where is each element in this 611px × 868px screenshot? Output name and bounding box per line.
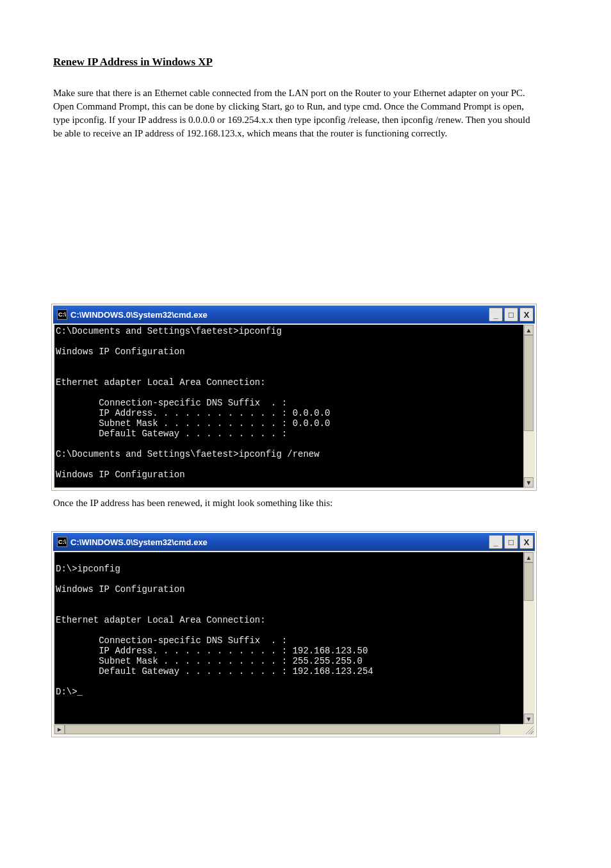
section-heading: Renew IP Address in Windows XP [53, 54, 534, 70]
scroll-thumb[interactable] [65, 725, 500, 734]
window-title: C:\WINDOWS.0\System32\cmd.exe [70, 310, 489, 320]
minimize-button[interactable]: _ [489, 535, 503, 549]
paragraph-text: Once the IP address has been renewed, it… [53, 496, 534, 510]
terminal-output[interactable]: D:\>ipconfig Windows IP Configuration Et… [54, 552, 523, 724]
horizontal-scrollbar[interactable]: ◄ ► [54, 724, 523, 734]
scroll-down-button[interactable]: ▼ [524, 714, 534, 724]
window-title: C:\WINDOWS.0\System32\cmd.exe [70, 537, 489, 547]
maximize-button[interactable]: □ [504, 307, 518, 322]
instruction-paragraph-2: Once the IP address has been renewed, it… [53, 496, 534, 519]
vertical-scrollbar[interactable]: ▲ ▼ [523, 552, 534, 724]
cmd-icon: C:\ [57, 537, 67, 547]
cmd-icon: C:\ [57, 309, 67, 320]
terminal-output[interactable]: C:\Documents and Settings\faetest>ipconf… [54, 325, 523, 487]
titlebar[interactable]: C:\ C:\WINDOWS.0\System32\cmd.exe _ □ X [53, 306, 535, 323]
command-prompt-window: C:\ C:\WINDOWS.0\System32\cmd.exe _ □ X … [52, 532, 536, 737]
scroll-up-button[interactable]: ▲ [524, 325, 534, 335]
paragraph-text: Make sure that there is an Ethernet cabl… [53, 86, 534, 140]
titlebar[interactable]: C:\ C:\WINDOWS.0\System32\cmd.exe _ □ X [53, 533, 535, 551]
scroll-right-button[interactable]: ► [54, 725, 65, 734]
minimize-button[interactable]: _ [489, 307, 503, 322]
instruction-paragraph: Make sure that there is an Ethernet cabl… [53, 86, 534, 149]
scroll-thumb[interactable] [524, 562, 534, 601]
scroll-thumb[interactable] [524, 335, 534, 431]
close-button[interactable]: X [519, 307, 534, 322]
vertical-scrollbar[interactable]: ▲ ▼ [523, 325, 534, 487]
terminal-area: D:\>ipconfig Windows IP Configuration Et… [53, 551, 535, 735]
command-prompt-window: C:\ C:\WINDOWS.0\System32\cmd.exe _ □ X … [52, 304, 536, 490]
close-button[interactable]: X [519, 535, 534, 549]
maximize-button[interactable]: □ [504, 535, 518, 549]
terminal-area: C:\Documents and Settings\faetest>ipconf… [53, 323, 535, 489]
resize-grip[interactable] [523, 724, 534, 734]
scroll-down-button[interactable]: ▼ [524, 477, 534, 487]
scroll-up-button[interactable]: ▲ [524, 552, 534, 562]
